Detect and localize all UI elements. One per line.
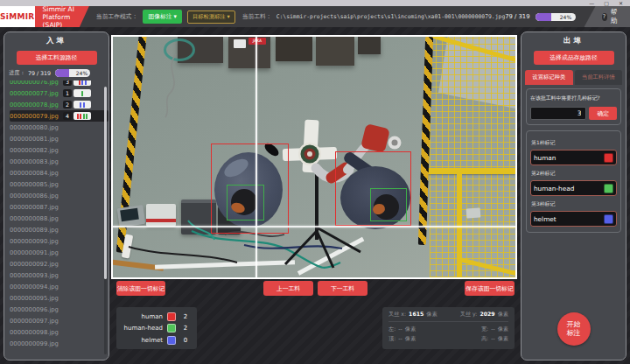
- mode-detect-dropdown[interactable]: 目标检测标注 ▾: [187, 10, 235, 24]
- file-row[interactable]: 0000000096.jpg: [10, 304, 108, 315]
- header-progress-bar: 24%: [536, 13, 576, 21]
- mode-image-dropdown[interactable]: 图像标注 ▾: [143, 10, 182, 24]
- legend-color-swatch: [167, 312, 176, 321]
- coordinates-panel: 叉丝 x: 1615 像素 叉丝 y: 2029 像素 左: -- 像素 宽: …: [382, 307, 514, 349]
- file-name: 0000000092.jpg: [10, 261, 63, 268]
- file-row[interactable]: 0000000080.jpg: [10, 122, 108, 133]
- mark-types-box: 第1种标记human第2种标记human-head第3种标记helmet: [526, 130, 621, 233]
- file-row[interactable]: 0000000087.jpg: [10, 201, 108, 213]
- tab-current-file-details[interactable]: 当前工料详情: [575, 70, 623, 85]
- start-annotation-button[interactable]: 开始 标注: [557, 312, 591, 346]
- prev-file-button[interactable]: 上一工料: [263, 281, 313, 296]
- save-marks-button[interactable]: 保存该图一切标记: [465, 281, 514, 296]
- tab-set-mark-types[interactable]: 设置标记种类: [525, 70, 573, 85]
- next-file-button[interactable]: 下一工料: [318, 281, 368, 296]
- help-button[interactable]: ? 帮助: [584, 6, 630, 27]
- box-height-label: 高:: [481, 335, 488, 343]
- file-row[interactable]: 0000000082.jpg: [10, 144, 108, 156]
- file-row[interactable]: 0000000077.jpg1: [10, 88, 108, 99]
- legend-row: human2: [122, 312, 191, 321]
- mark-color-swatch[interactable]: [604, 214, 613, 224]
- file-row[interactable]: 0000000093.jpg: [10, 270, 108, 281]
- cross-y-value: 2029: [480, 311, 494, 317]
- help-icon: ?: [602, 13, 607, 21]
- file-row[interactable]: 0000000081.jpg: [10, 133, 108, 144]
- select-source-path-button[interactable]: 选择工料源路径: [17, 51, 97, 65]
- mark-color-bars: [74, 80, 91, 86]
- clear-marks-button[interactable]: 清除该图一切标记: [116, 281, 165, 296]
- scrollbar-thumb[interactable]: [104, 87, 108, 279]
- help-label: 帮助: [611, 8, 620, 25]
- mark-type-label: 第1种标记: [531, 139, 616, 147]
- file-row[interactable]: 0000000090.jpg: [10, 235, 108, 247]
- mark-color-bars: [74, 89, 91, 97]
- box-left-value: --: [398, 326, 402, 332]
- mark-count-input[interactable]: [530, 107, 586, 120]
- file-name: 0000000083.jpg: [10, 158, 63, 165]
- file-row[interactable]: 0000000094.jpg: [10, 281, 108, 292]
- cross-y-label: 叉丝 y:: [460, 311, 478, 318]
- mark-type-value: helmet: [534, 215, 604, 223]
- file-name: 0000000081.jpg: [10, 136, 63, 143]
- os-titlebar: — ▢ ✕: [0, 0, 630, 6]
- file-row[interactable]: 0000000085.jpg: [10, 178, 108, 190]
- file-name: 0000000094.jpg: [10, 284, 63, 290]
- bbox-human-head-2[interactable]: [370, 188, 407, 221]
- image-viewer-frame: JAKA: [111, 35, 517, 279]
- file-row[interactable]: 0000000083.jpg: [10, 156, 108, 167]
- box-left-unit: 像素: [405, 326, 416, 333]
- file-row[interactable]: 0000000089.jpg: [10, 224, 108, 235]
- legend-panel: human2human-head2helmet0: [116, 307, 197, 349]
- header-counter: 79 / 319: [505, 13, 529, 20]
- import-panel: 入埠 选择工料源路径 进度： 79 / 319 24% 0000000076.j…: [4, 32, 109, 360]
- mark-color-bar: [83, 102, 85, 108]
- legend-count: 0: [180, 337, 191, 344]
- mark-color-bar: [81, 91, 83, 96]
- file-row[interactable]: 0000000088.jpg: [10, 213, 108, 224]
- mark-type-value: human: [534, 154, 604, 162]
- maximize-icon[interactable]: ▢: [604, 1, 609, 6]
- file-list-scrollbar[interactable]: [104, 87, 108, 354]
- file-row[interactable]: 0000000092.jpg: [10, 258, 108, 270]
- legend-color-swatch: [167, 336, 176, 345]
- mark-color-swatch[interactable]: [604, 153, 613, 163]
- mark-color-bar: [81, 80, 83, 85]
- mark-color-swatch[interactable]: [604, 184, 613, 193]
- import-progress: 进度： 79 / 319 24%: [4, 69, 108, 77]
- file-row[interactable]: 0000000098.jpg: [10, 326, 108, 338]
- close-icon[interactable]: ✕: [619, 1, 623, 6]
- file-row[interactable]: 0000000099.jpg: [10, 338, 108, 348]
- legend-count: 2: [180, 325, 191, 332]
- annotation-canvas[interactable]: JAKA: [113, 37, 515, 277]
- confirm-button[interactable]: 确定: [589, 107, 617, 120]
- file-name: 0000000077.jpg: [10, 90, 63, 97]
- cross-x-unit: 像素: [426, 311, 437, 318]
- legend-row: helmet0: [122, 336, 191, 345]
- export-tabs: 设置标记种类 当前工料详情: [525, 70, 622, 85]
- file-row[interactable]: 0000000076.jpg3: [10, 80, 108, 88]
- file-list[interactable]: 0000000076.jpg30000000077.jpg10000000078…: [4, 80, 108, 348]
- file-row[interactable]: 0000000097.jpg: [10, 315, 108, 326]
- file-row[interactable]: 0000000079.jpg4: [10, 110, 108, 122]
- mark-count-badge: 4: [63, 112, 72, 120]
- cross-x-value: 1615: [409, 311, 424, 317]
- select-output-path-button[interactable]: 选择成品存放路径: [534, 51, 614, 65]
- file-row[interactable]: 0000000086.jpg: [10, 190, 108, 201]
- legend-color-swatch: [167, 324, 176, 332]
- bbox-human-head-1[interactable]: [227, 185, 264, 220]
- file-row[interactable]: 0000000095.jpg: [10, 292, 108, 304]
- file-row[interactable]: 0000000084.jpg: [10, 167, 108, 178]
- import-progress-percent: 24%: [74, 69, 90, 77]
- app-logo: SiMMIR: [0, 6, 35, 27]
- mark-type-input[interactable]: human-head: [530, 180, 617, 196]
- mark-color-bar: [85, 80, 87, 85]
- start-line2: 标注: [567, 329, 581, 337]
- mark-type-input[interactable]: human: [530, 150, 617, 165]
- import-panel-title: 入埠: [4, 32, 108, 49]
- file-row[interactable]: 0000000078.jpg2: [10, 99, 108, 110]
- file-row[interactable]: 0000000091.jpg: [10, 247, 108, 258]
- box-top-label: 顶:: [388, 335, 396, 343]
- mark-type-input[interactable]: helmet: [530, 211, 617, 227]
- mark-color-bars: [74, 101, 91, 108]
- minimize-icon[interactable]: —: [589, 1, 594, 6]
